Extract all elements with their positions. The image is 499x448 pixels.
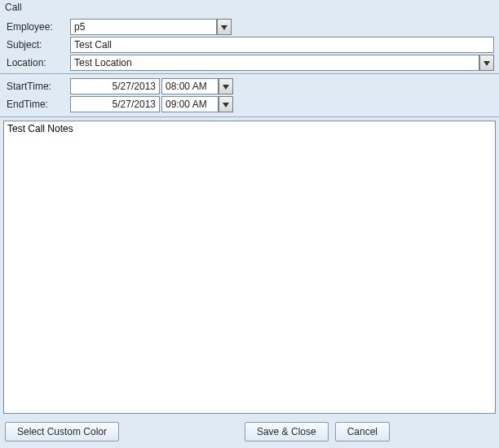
start-date-input[interactable] [70,78,160,94]
notes-textarea[interactable] [4,121,495,413]
starttime-row: StartTime: [2,77,497,95]
notes-field-wrap [3,121,496,414]
location-combo[interactable] [70,55,494,71]
chevron-down-icon [223,99,229,110]
button-bar: Select Custom Color Save & Close Cancel [0,417,499,448]
save-and-close-button[interactable]: Save & Close [245,422,329,441]
end-date-input[interactable] [70,96,160,112]
time-fields-section: StartTime: EndTime: [0,74,499,117]
call-dialog: Call Employee: Subject: Location: [0,0,499,448]
svg-marker-1 [484,61,490,66]
location-input[interactable] [70,55,479,71]
svg-marker-3 [223,103,229,108]
end-time-dropdown-button[interactable] [219,96,233,112]
start-time-input[interactable] [161,78,219,94]
start-time-combo[interactable] [161,78,233,94]
location-dropdown-button[interactable] [479,55,494,71]
end-time-combo[interactable] [161,96,233,112]
endtime-row: EndTime: [2,95,497,113]
location-row: Location: [2,54,497,72]
start-time-dropdown-button[interactable] [219,78,233,94]
chevron-down-icon [223,81,229,92]
starttime-label: StartTime: [5,81,70,92]
select-custom-color-button[interactable]: Select Custom Color [5,422,119,441]
employee-combo[interactable] [70,19,232,35]
basic-fields-section: Employee: Subject: Location: [0,16,499,74]
location-label: Location: [5,57,70,68]
window-title: Call [0,0,499,16]
employee-row: Employee: [2,18,497,36]
chevron-down-icon [484,57,490,68]
chevron-down-icon [221,21,227,33]
endtime-label: EndTime: [5,99,70,110]
svg-marker-0 [221,25,227,30]
cancel-button[interactable]: Cancel [335,422,390,441]
employee-dropdown-button[interactable] [217,19,232,35]
end-time-input[interactable] [161,96,219,112]
subject-label: Subject: [5,39,70,51]
employee-input[interactable] [70,19,217,35]
employee-label: Employee: [5,21,70,33]
subject-input[interactable] [70,37,494,53]
svg-marker-2 [223,85,229,90]
subject-row: Subject: [2,36,497,54]
